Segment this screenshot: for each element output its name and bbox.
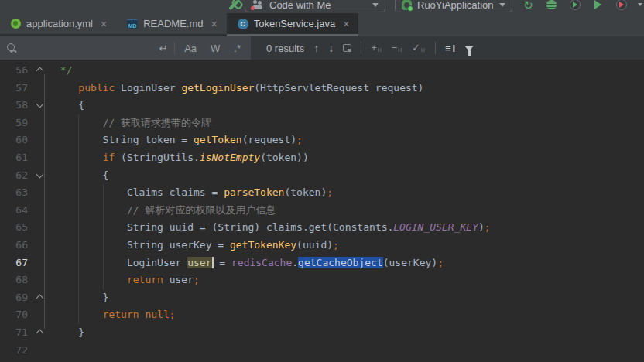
run-configuration-dropdown[interactable]: RuoYiApplication xyxy=(395,0,512,12)
fold-marker-icon[interactable] xyxy=(36,101,44,108)
code-editor[interactable]: 56 */57 public LoginUser getLoginUser(Ht… xyxy=(0,60,644,362)
wrench-icon[interactable] xyxy=(228,0,238,10)
code-token: { xyxy=(54,99,84,111)
code-token: isNotEmpty xyxy=(200,152,260,163)
newline-icon[interactable]: ↵ xyxy=(159,43,168,54)
search-field[interactable]: ↵ Aa W .* xyxy=(0,36,251,60)
gutter-fold-column xyxy=(31,97,50,114)
line-number[interactable]: 61 xyxy=(0,149,31,167)
gutter-fold-column xyxy=(31,80,50,97)
code-text: */ xyxy=(50,62,72,80)
code-text: return user; xyxy=(50,272,200,289)
close-tab-icon[interactable]: × xyxy=(101,18,107,30)
code-text xyxy=(50,342,54,360)
open-in-find-window-icon[interactable] xyxy=(343,44,351,52)
run-with-coverage-icon[interactable] xyxy=(568,0,582,12)
line-number[interactable]: 70 xyxy=(0,306,31,324)
code-token xyxy=(54,309,103,320)
tab-tokenservice-java[interactable]: C TokenService.java × xyxy=(227,13,359,36)
debug-icon[interactable] xyxy=(545,0,559,12)
code-token: if xyxy=(103,152,115,163)
code-text: String userKey = getTokenKey(uuid); xyxy=(50,237,339,254)
code-token: ; xyxy=(333,239,339,251)
tab-readme-md[interactable]: MD README.md × xyxy=(116,13,226,36)
editor-tab-bar: application.yml × MD README.md × C Token… xyxy=(0,13,644,36)
spring-config-icon xyxy=(11,19,21,29)
line-number[interactable]: 60 xyxy=(0,131,31,149)
code-token xyxy=(54,117,103,128)
close-tab-icon[interactable]: × xyxy=(211,18,217,30)
fold-marker-icon[interactable] xyxy=(36,67,44,75)
code-line: 64 // 解析对应的权限以及用户信息 xyxy=(0,202,644,220)
code-text: Claims claims = parseToken(token); xyxy=(50,184,333,202)
close-tab-icon[interactable]: × xyxy=(343,18,349,30)
code-text: /** xyxy=(50,359,97,362)
code-token: { xyxy=(54,169,108,181)
fold-marker-icon[interactable] xyxy=(36,170,44,178)
code-token: user xyxy=(187,257,211,268)
rerun-icon[interactable]: ↻ xyxy=(522,0,536,12)
line-number[interactable] xyxy=(0,359,31,362)
code-text: LoginUser user = redisCache.getCacheObje… xyxy=(50,254,444,272)
filter-icon[interactable] xyxy=(464,46,474,51)
code-token: user xyxy=(163,274,194,285)
code-text: // 获取请求携带的令牌 xyxy=(50,114,211,132)
search-input[interactable] xyxy=(17,43,153,54)
gutter-fold-column xyxy=(31,324,50,342)
search-options-icon[interactable]: ≡I xyxy=(445,43,455,54)
line-number[interactable]: 64 xyxy=(0,202,31,220)
line-number[interactable]: 71 xyxy=(0,324,31,342)
tab-application-yml[interactable]: application.yml × xyxy=(0,13,116,36)
line-number[interactable]: 68 xyxy=(0,272,31,289)
line-number[interactable]: 63 xyxy=(0,184,31,202)
code-with-me-dropdown[interactable]: Code with Me xyxy=(245,0,385,12)
run-config-label: RuoYiApplication xyxy=(417,0,494,11)
line-number[interactable]: 67 xyxy=(0,254,31,272)
gutter-fold-column xyxy=(31,359,50,362)
line-number[interactable]: 57 xyxy=(0,80,31,97)
regex-toggle[interactable]: .* xyxy=(230,43,245,54)
line-number[interactable]: 59 xyxy=(0,114,31,132)
line-number[interactable]: 66 xyxy=(0,237,31,254)
words-toggle[interactable]: W xyxy=(207,43,224,54)
code-line: 71 } xyxy=(0,324,644,342)
code-token xyxy=(54,82,78,94)
line-number[interactable]: 58 xyxy=(0,97,31,114)
code-token: (StringUtils. xyxy=(115,152,200,163)
gutter-fold-column xyxy=(31,219,50,237)
code-token: LOGIN_USER_KEY xyxy=(393,221,478,233)
profiler-chevron-icon[interactable] xyxy=(638,3,642,6)
code-with-me-label: Code with Me xyxy=(269,0,367,11)
line-number[interactable]: 69 xyxy=(0,289,31,307)
match-case-toggle[interactable]: Aa xyxy=(180,43,200,54)
line-number[interactable]: 56 xyxy=(0,62,31,80)
line-number[interactable]: 65 xyxy=(0,219,31,237)
code-token: // 解析对应的权限以及用户信息 xyxy=(127,204,276,216)
code-token: String userKey = xyxy=(54,239,230,251)
tab-label: TokenService.java xyxy=(254,18,336,29)
line-number[interactable]: 72 xyxy=(0,342,31,360)
profiler-icon[interactable] xyxy=(615,0,629,12)
select-all-occurrences-icon[interactable]: ✓ II xyxy=(412,43,426,53)
previous-occurrence-icon[interactable]: ↑ xyxy=(313,42,319,54)
code-token: // 获取请求携带的令牌 xyxy=(103,117,211,128)
code-token: (userKey) xyxy=(383,257,437,268)
add-occurrence-icon[interactable]: + II xyxy=(371,43,382,53)
gutter-fold-column xyxy=(31,131,50,149)
next-occurrence-icon[interactable]: ↓ xyxy=(328,42,334,54)
code-token: getTokenKey xyxy=(230,239,296,251)
code-token xyxy=(54,274,127,285)
fold-marker-icon[interactable] xyxy=(36,294,44,302)
code-line: 58 { xyxy=(0,97,644,114)
line-number[interactable]: 62 xyxy=(0,167,31,185)
code-line: 63 Claims claims = parseToken(token); xyxy=(0,184,644,202)
fold-marker-icon[interactable] xyxy=(36,329,44,336)
gutter-fold-column xyxy=(31,184,50,202)
code-line: 72 xyxy=(0,342,644,360)
run-icon[interactable] xyxy=(591,0,605,12)
code-line: 69 } xyxy=(0,289,644,307)
remove-occurrence-icon[interactable]: − II xyxy=(392,43,402,53)
gutter-fold-column xyxy=(31,114,50,132)
search-icon[interactable] xyxy=(6,43,11,54)
code-line: 62 { xyxy=(0,167,644,185)
